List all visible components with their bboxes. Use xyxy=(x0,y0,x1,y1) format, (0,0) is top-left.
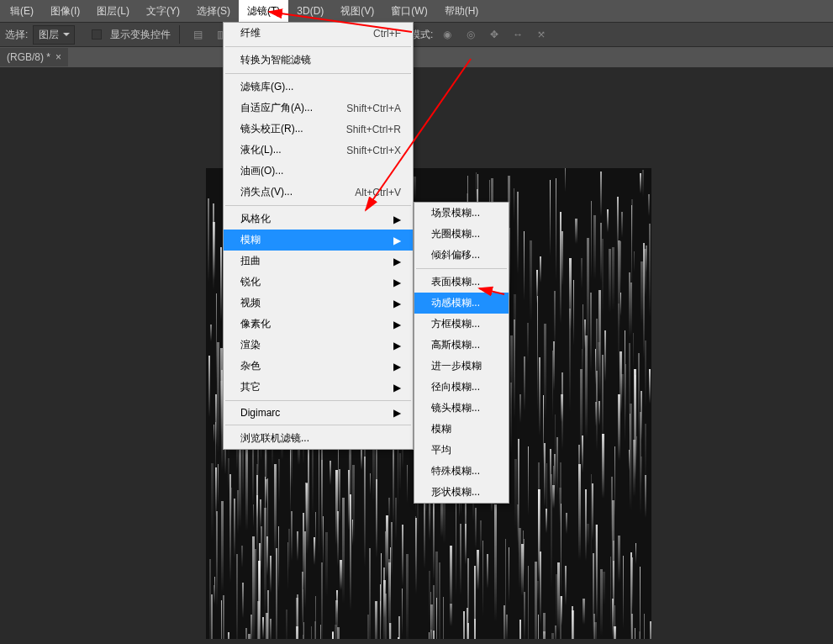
menu-layer[interactable]: 图层(L) xyxy=(88,0,138,22)
menuitem-liquify[interactable]: 液化(L)...Shift+Ctrl+X xyxy=(224,140,413,161)
menuitem-lens-blur[interactable]: 镜头模糊... xyxy=(414,398,509,419)
menuitem-blur-more[interactable]: 进一步模糊 xyxy=(414,356,509,377)
align-left-icon[interactable]: ▤ xyxy=(188,25,207,44)
submenu-arrow-icon: ▶ xyxy=(393,214,401,225)
menuitem-radial-blur[interactable]: 径向模糊... xyxy=(414,377,509,398)
select-label: 选择: xyxy=(5,28,28,42)
submenu-arrow-icon: ▶ xyxy=(393,298,401,309)
menu-3d[interactable]: 3D(D) xyxy=(288,0,332,22)
show-transform-checkbox[interactable] xyxy=(92,29,102,40)
menuitem-video[interactable]: 视频▶ xyxy=(224,293,413,314)
submenu-arrow-icon: ▶ xyxy=(393,361,401,372)
menu-separator xyxy=(225,73,411,74)
submenu-arrow-icon: ▶ xyxy=(393,382,401,393)
menuitem-adaptive-wide-angle[interactable]: 自适应广角(A)...Shift+Ctrl+A xyxy=(224,98,413,119)
menuitem-average[interactable]: 平均 xyxy=(414,440,509,461)
menuitem-last-filter[interactable]: 纤维 Ctrl+F xyxy=(224,23,413,44)
document-tab[interactable]: (RGB/8) * × xyxy=(0,48,68,66)
menuitem-surface-blur[interactable]: 表面模糊... xyxy=(414,272,509,293)
menuitem-lens-correction[interactable]: 镜头校正(R)...Shift+Ctrl+R xyxy=(224,119,413,140)
menuitem-smart-blur[interactable]: 特殊模糊... xyxy=(414,461,509,482)
menuitem-box-blur[interactable]: 方框模糊... xyxy=(414,314,509,335)
submenu-arrow-icon: ▶ xyxy=(393,340,401,351)
blur-submenu: 场景模糊... 光圈模糊... 倾斜偏移... 表面模糊... 动感模糊... … xyxy=(414,202,509,504)
menuitem-convert-smart[interactable]: 转换为智能滤镜 xyxy=(224,50,413,71)
submenu-arrow-icon: ▶ xyxy=(393,235,401,246)
3d-slide-icon[interactable]: ↔ xyxy=(509,25,527,44)
menuitem-field-blur[interactable]: 场景模糊... xyxy=(414,203,509,224)
options-bar: 选择: 图层 显示变换控件 ▤ ▥ ▦ ▤ ▥ ▦ ▭ 3D 模式: ◉ ◎ ✥… xyxy=(0,22,833,47)
menuitem-stylize[interactable]: 风格化▶ xyxy=(224,209,413,230)
menuitem-render[interactable]: 渲染▶ xyxy=(224,335,413,356)
menuitem-motion-blur[interactable]: 动感模糊... xyxy=(414,293,509,314)
filter-dropdown: 纤维 Ctrl+F 转换为智能滤镜 滤镜库(G)... 自适应广角(A)...S… xyxy=(223,22,414,450)
target-layer-select[interactable]: 图层 xyxy=(33,25,75,45)
menuitem-pixelate[interactable]: 像素化▶ xyxy=(224,314,413,335)
menuitem-vanishing-point[interactable]: 消失点(V)...Alt+Ctrl+V xyxy=(224,182,413,203)
menu-separator xyxy=(225,205,411,206)
menu-separator xyxy=(225,425,411,425)
menu-view[interactable]: 视图(V) xyxy=(332,0,382,22)
3d-pan-icon[interactable]: ✥ xyxy=(485,25,503,44)
close-tab-icon[interactable]: × xyxy=(55,51,61,63)
menuitem-digimarc[interactable]: Digimarc▶ xyxy=(224,404,413,422)
menuitem-gaussian-blur[interactable]: 高斯模糊... xyxy=(414,335,509,356)
separator xyxy=(179,25,180,44)
menuitem-oil-paint[interactable]: 油画(O)... xyxy=(224,161,413,182)
menuitem-browse-online[interactable]: 浏览联机滤镜... xyxy=(224,428,413,449)
menu-image[interactable]: 图像(I) xyxy=(42,0,88,22)
menuitem-noise[interactable]: 杂色▶ xyxy=(224,356,413,377)
document-tabbar: (RGB/8) * × xyxy=(0,47,833,67)
menuitem-other[interactable]: 其它▶ xyxy=(224,377,413,398)
menuitem-distort[interactable]: 扭曲▶ xyxy=(224,251,413,272)
menuitem-iris-blur[interactable]: 光圈模糊... xyxy=(414,224,509,245)
menu-edit[interactable]: 辑(E) xyxy=(2,0,42,22)
main-menubar: 辑(E) 图像(I) 图层(L) 文字(Y) 选择(S) 滤镜(T) 3D(D)… xyxy=(0,0,833,22)
3d-orbit-icon[interactable]: ◉ xyxy=(438,25,456,44)
show-transform-label: 显示变换控件 xyxy=(110,28,171,42)
menu-help[interactable]: 帮助(H) xyxy=(436,0,488,22)
menu-select[interactable]: 选择(S) xyxy=(188,0,239,22)
submenu-arrow-icon: ▶ xyxy=(393,277,401,288)
menu-separator xyxy=(416,268,507,269)
3d-roll-icon[interactable]: ◎ xyxy=(461,25,480,44)
menuitem-filter-gallery[interactable]: 滤镜库(G)... xyxy=(224,77,413,98)
menu-window[interactable]: 窗口(W) xyxy=(382,0,435,22)
menu-separator xyxy=(225,400,411,401)
menu-separator xyxy=(225,46,411,47)
menu-type[interactable]: 文字(Y) xyxy=(138,0,188,22)
menuitem-sharpen[interactable]: 锐化▶ xyxy=(224,272,413,293)
document-tab-title: (RGB/8) * xyxy=(7,51,50,63)
menuitem-blur[interactable]: 模糊▶ xyxy=(224,230,413,251)
submenu-arrow-icon: ▶ xyxy=(393,407,401,419)
3d-scale-icon[interactable]: ⤧ xyxy=(532,25,551,44)
menuitem-tilt-shift[interactable]: 倾斜偏移... xyxy=(414,245,509,266)
menu-filter[interactable]: 滤镜(T) xyxy=(239,0,288,22)
menuitem-shape-blur[interactable]: 形状模糊... xyxy=(414,482,509,503)
submenu-arrow-icon: ▶ xyxy=(393,319,401,330)
menuitem-blur[interactable]: 模糊 xyxy=(414,419,509,440)
submenu-arrow-icon: ▶ xyxy=(393,256,401,267)
